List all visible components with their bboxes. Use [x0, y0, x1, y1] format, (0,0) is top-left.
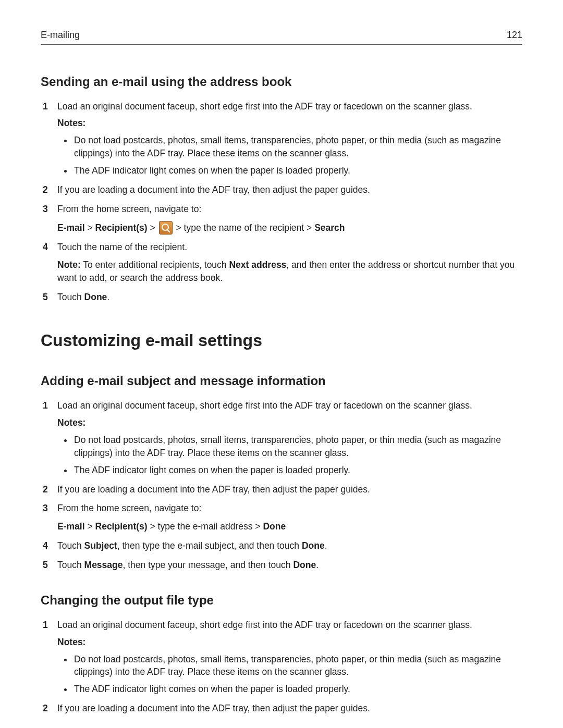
- notes-list: Do not load postcards, photos, small ite…: [57, 434, 522, 477]
- navigation-path: E-mail > Recipient(s) > type the e‑mail …: [57, 520, 522, 533]
- step-text: Load an original document faceup, short …: [57, 620, 472, 630]
- step-text: If you are loading a document into the A…: [57, 184, 370, 195]
- step: From the home screen, navigate to: E-mai…: [41, 203, 522, 235]
- note-item: Do not load postcards, photos, small ite…: [73, 434, 522, 460]
- path-search: Search: [314, 223, 345, 233]
- steps-list: Load an original document faceup, short …: [41, 100, 522, 304]
- note-label: Note:: [57, 260, 81, 270]
- path-mid: > type the e‑mail address >: [148, 521, 263, 532]
- path-email: E-mail: [57, 521, 85, 532]
- note-item: The ADF indicator light comes on when th…: [73, 464, 522, 477]
- section-heading-customizing: Customizing e-mail settings: [41, 329, 522, 352]
- header-section: E-mailing: [41, 29, 80, 42]
- subject-label: Subject: [84, 540, 117, 551]
- notes-label: Notes:: [57, 117, 522, 130]
- notes-list: Do not load postcards, photos, small ite…: [57, 653, 522, 696]
- step: Touch Done.: [41, 291, 522, 304]
- next-address: Next address: [229, 260, 286, 270]
- note-item: Do not load postcards, photos, small ite…: [73, 134, 522, 160]
- step-text: Touch the name of the recipient.: [57, 242, 187, 252]
- path-mid: > type the name of the recipient >: [176, 223, 315, 233]
- step: Load an original document faceup, short …: [41, 399, 522, 476]
- page-header: E-mailing 121: [41, 29, 522, 45]
- step: Load an original document faceup, short …: [41, 619, 522, 696]
- step-text: Load an original document faceup, short …: [57, 101, 472, 112]
- steps-list: Load an original document faceup, short …: [41, 619, 522, 715]
- note-item: Do not load postcards, photos, small ite…: [73, 653, 522, 679]
- step-text: From the home screen, navigate to:: [57, 503, 201, 513]
- step-text: From the home screen, navigate to:: [57, 204, 201, 214]
- step-text: Touch: [57, 540, 84, 551]
- step-text: Touch: [57, 560, 84, 570]
- done-label: Done: [293, 560, 316, 570]
- search-icon: [159, 221, 173, 235]
- step: From the home screen, navigate to: E-mai…: [41, 502, 522, 533]
- note-item: The ADF indicator light comes on when th…: [73, 683, 522, 696]
- path-email: E-mail: [57, 223, 85, 233]
- notes-label: Notes:: [57, 416, 522, 429]
- step-text: Touch: [57, 292, 84, 302]
- step-text: Load an original document faceup, short …: [57, 400, 472, 411]
- notes-label: Notes:: [57, 636, 522, 649]
- step-text: If you are loading a document into the A…: [57, 484, 370, 495]
- message-label: Message: [84, 560, 123, 570]
- step-text: If you are loading a document into the A…: [57, 703, 370, 713]
- step: If you are loading a document into the A…: [41, 702, 522, 715]
- section-title-output-file-type: Changing the output file type: [41, 591, 522, 609]
- step: Touch the name of the recipient. Note: T…: [41, 241, 522, 285]
- note-block: Note: To enter additional recipients, to…: [57, 258, 522, 285]
- steps-list: Load an original document faceup, short …: [41, 399, 522, 571]
- done-label: Done: [84, 292, 107, 302]
- step: If you are loading a document into the A…: [41, 483, 522, 496]
- step: If you are loading a document into the A…: [41, 183, 522, 196]
- step: Touch Subject, then type the e‑mail subj…: [41, 539, 522, 552]
- section-title-subject-message: Adding e-mail subject and message inform…: [41, 372, 522, 390]
- path-done: Done: [263, 521, 286, 532]
- path-recipients: Recipient(s): [95, 521, 148, 532]
- path-recipients: Recipient(s): [95, 223, 148, 233]
- notes-list: Do not load postcards, photos, small ite…: [57, 134, 522, 177]
- done-label: Done: [302, 540, 325, 551]
- navigation-path: E-mail > Recipient(s) > > type the name …: [57, 221, 522, 235]
- note-item: The ADF indicator light comes on when th…: [73, 164, 522, 177]
- step: Touch Message, then type your message, a…: [41, 559, 522, 572]
- section-title-address-book: Sending an e‑mail using the address book: [41, 73, 522, 91]
- note-text: To enter additional recipients, touch: [81, 260, 229, 270]
- step: Load an original document faceup, short …: [41, 100, 522, 177]
- header-page-number: 121: [507, 29, 522, 42]
